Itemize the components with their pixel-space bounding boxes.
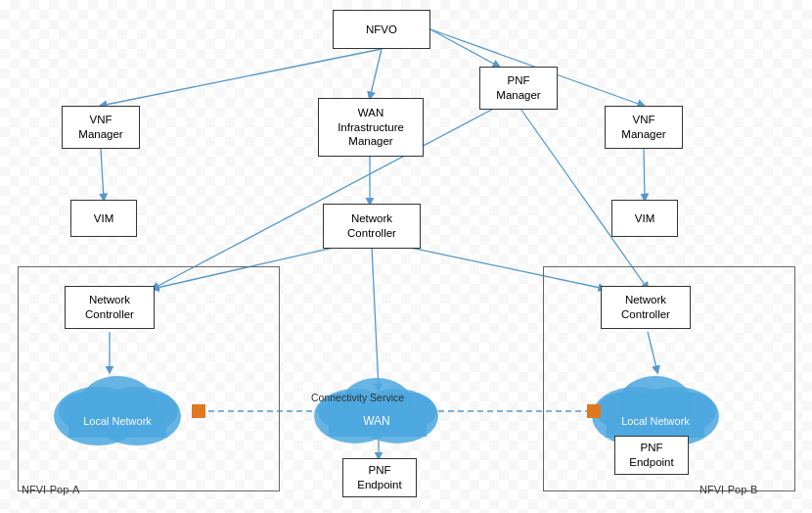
wan-infra-label: WANInfrastructureManager	[338, 106, 404, 150]
nfvo-label: NFVO	[366, 23, 397, 37]
svg-line-5	[644, 149, 645, 200]
svg-text:Local Network: Local Network	[83, 415, 152, 427]
net-ctrl-right-label: NetworkController	[621, 293, 670, 322]
wan-infra-box: WANInfrastructureManager	[318, 98, 424, 157]
pnf-manager-label: PNFManager	[496, 73, 540, 103]
nfvi-popb-label: NFVI-Pop-B	[699, 484, 757, 495]
vim-left-label: VIM	[94, 211, 113, 226]
vim-right-label: VIM	[635, 211, 654, 226]
svg-line-2	[430, 29, 499, 67]
svg-line-4	[101, 149, 104, 200]
net-ctrl-center-label: NetworkController	[347, 211, 396, 241]
connectivity-label: Connectivity Service	[311, 392, 404, 403]
nfvi-popa-label: NFVI-Pop-A	[22, 484, 79, 495]
vim-left-box: VIM	[70, 200, 137, 237]
net-ctrl-left-box: NetworkController	[65, 286, 155, 329]
vnf-manager-right-box: VNFManager	[605, 106, 683, 149]
net-ctrl-center-box: NetworkController	[323, 204, 421, 249]
local-network-a-cloud: Local Network	[39, 362, 196, 450]
architecture-diagram: NFVO PNFManager VNFManager VNFManager WA…	[0, 0, 812, 513]
vnf-manager-left-box: VNFManager	[62, 106, 140, 149]
svg-line-1	[370, 49, 382, 98]
vnf-manager-right-label: VNFManager	[621, 113, 665, 142]
pnf-endpoint-center-box: PNFEndpoint	[342, 458, 417, 497]
wan-cloud: WAN	[301, 362, 453, 450]
svg-text:Local Network: Local Network	[621, 415, 690, 427]
nfvo-box: NFVO	[333, 10, 430, 49]
pnf-manager-box: PNFManager	[479, 67, 558, 110]
orange-sq-left	[192, 404, 205, 418]
vim-right-box: VIM	[611, 200, 678, 237]
pnf-endpoint-right-box: PNFEndpoint	[614, 436, 689, 475]
net-ctrl-right-box: NetworkController	[601, 286, 691, 329]
orange-sq-right	[587, 404, 601, 418]
pnf-endpoint-center-label: PNFEndpoint	[357, 463, 401, 492]
svg-text:WAN: WAN	[363, 414, 390, 428]
pnf-endpoint-right-label: PNFEndpoint	[629, 441, 673, 470]
net-ctrl-left-label: NetworkController	[85, 293, 134, 322]
vnf-manager-left-label: VNFManager	[78, 113, 122, 142]
